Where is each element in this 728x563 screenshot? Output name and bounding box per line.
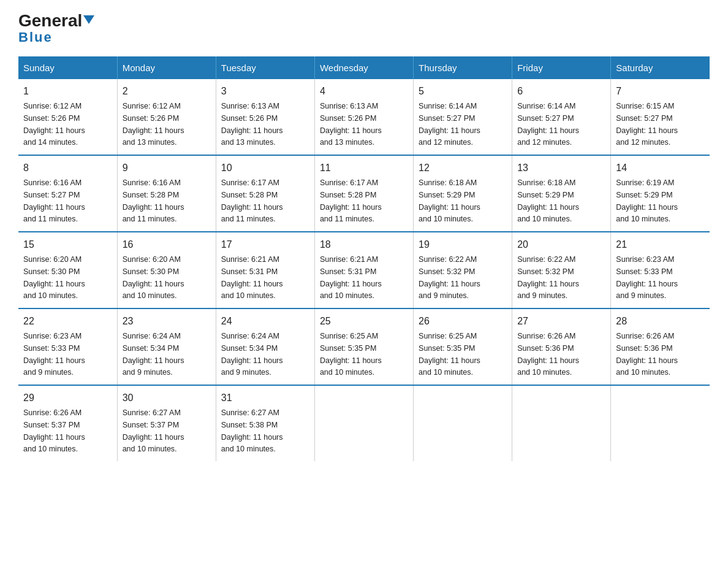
logo-triangle-icon: [83, 15, 94, 24]
calendar-cell: 10Sunrise: 6:17 AMSunset: 5:28 PMDayligh…: [216, 155, 314, 232]
day-info: Sunrise: 6:21 AMSunset: 5:31 PMDaylight:…: [320, 255, 382, 300]
calendar-week-row: 29Sunrise: 6:26 AMSunset: 5:37 PMDayligh…: [18, 385, 710, 461]
calendar-cell: 16Sunrise: 6:20 AMSunset: 5:30 PMDayligh…: [117, 232, 216, 308]
header-thursday: Thursday: [414, 56, 512, 79]
calendar-cell: 6Sunrise: 6:14 AMSunset: 5:27 PMDaylight…: [512, 79, 611, 155]
calendar-week-row: 1Sunrise: 6:12 AMSunset: 5:26 PMDaylight…: [18, 79, 710, 155]
day-number: 14: [616, 161, 705, 175]
day-number: 1: [23, 84, 112, 99]
header-monday: Monday: [117, 56, 216, 79]
calendar-cell: 29Sunrise: 6:26 AMSunset: 5:37 PMDayligh…: [18, 385, 117, 461]
calendar-cell: 17Sunrise: 6:21 AMSunset: 5:31 PMDayligh…: [216, 232, 314, 308]
calendar-cell: [314, 385, 413, 461]
calendar-cell: 30Sunrise: 6:27 AMSunset: 5:37 PMDayligh…: [117, 385, 216, 461]
day-number: 3: [221, 84, 309, 99]
day-info: Sunrise: 6:26 AMSunset: 5:36 PMDaylight:…: [616, 332, 678, 377]
logo-text: General: [18, 12, 94, 29]
calendar-cell: [611, 385, 710, 461]
day-info: Sunrise: 6:17 AMSunset: 5:28 PMDaylight:…: [221, 178, 283, 223]
day-number: 18: [320, 237, 408, 252]
header-saturday: Saturday: [611, 56, 710, 79]
calendar-header-row: SundayMondayTuesdayWednesdayThursdayFrid…: [18, 56, 710, 79]
calendar-cell: 14Sunrise: 6:19 AMSunset: 5:29 PMDayligh…: [611, 155, 710, 232]
calendar-cell: 28Sunrise: 6:26 AMSunset: 5:36 PMDayligh…: [611, 308, 710, 385]
day-info: Sunrise: 6:20 AMSunset: 5:30 PMDaylight:…: [123, 255, 184, 300]
day-info: Sunrise: 6:22 AMSunset: 5:32 PMDaylight:…: [419, 255, 480, 300]
day-number: 9: [123, 161, 211, 175]
day-info: Sunrise: 6:12 AMSunset: 5:26 PMDaylight:…: [23, 102, 85, 147]
day-number: 5: [419, 84, 507, 99]
logo: General Blue: [18, 12, 94, 45]
day-number: 28: [616, 314, 705, 329]
day-info: Sunrise: 6:16 AMSunset: 5:27 PMDaylight:…: [23, 178, 85, 223]
day-number: 25: [320, 314, 408, 329]
calendar-cell: 18Sunrise: 6:21 AMSunset: 5:31 PMDayligh…: [314, 232, 413, 308]
day-number: 31: [221, 391, 309, 405]
calendar-cell: 22Sunrise: 6:23 AMSunset: 5:33 PMDayligh…: [18, 308, 117, 385]
header-friday: Friday: [512, 56, 611, 79]
calendar-cell: 26Sunrise: 6:25 AMSunset: 5:35 PMDayligh…: [414, 308, 512, 385]
day-info: Sunrise: 6:18 AMSunset: 5:29 PMDaylight:…: [419, 178, 480, 223]
day-number: 17: [221, 237, 309, 252]
day-number: 10: [221, 161, 309, 175]
day-number: 16: [123, 237, 211, 252]
calendar-week-row: 22Sunrise: 6:23 AMSunset: 5:33 PMDayligh…: [18, 308, 710, 385]
day-info: Sunrise: 6:23 AMSunset: 5:33 PMDaylight:…: [23, 332, 85, 377]
calendar-cell: 3Sunrise: 6:13 AMSunset: 5:26 PMDaylight…: [216, 79, 314, 155]
day-info: Sunrise: 6:18 AMSunset: 5:29 PMDaylight:…: [517, 178, 579, 223]
calendar-cell: [414, 385, 512, 461]
day-info: Sunrise: 6:25 AMSunset: 5:35 PMDaylight:…: [320, 332, 382, 377]
day-info: Sunrise: 6:20 AMSunset: 5:30 PMDaylight:…: [23, 255, 85, 300]
day-number: 7: [616, 84, 705, 99]
day-number: 19: [419, 237, 507, 252]
day-info: Sunrise: 6:19 AMSunset: 5:29 PMDaylight:…: [616, 178, 678, 223]
day-number: 13: [517, 161, 605, 175]
day-number: 27: [517, 314, 605, 329]
calendar-cell: 7Sunrise: 6:15 AMSunset: 5:27 PMDaylight…: [611, 79, 710, 155]
calendar-cell: 21Sunrise: 6:23 AMSunset: 5:33 PMDayligh…: [611, 232, 710, 308]
calendar-cell: 1Sunrise: 6:12 AMSunset: 5:26 PMDaylight…: [18, 79, 117, 155]
calendar-cell: 25Sunrise: 6:25 AMSunset: 5:35 PMDayligh…: [314, 308, 413, 385]
calendar-cell: 20Sunrise: 6:22 AMSunset: 5:32 PMDayligh…: [512, 232, 611, 308]
day-info: Sunrise: 6:15 AMSunset: 5:27 PMDaylight:…: [616, 102, 678, 147]
day-number: 30: [123, 391, 211, 405]
calendar-week-row: 15Sunrise: 6:20 AMSunset: 5:30 PMDayligh…: [18, 232, 710, 308]
day-number: 6: [517, 84, 605, 99]
calendar-cell: 15Sunrise: 6:20 AMSunset: 5:30 PMDayligh…: [18, 232, 117, 308]
calendar-cell: 27Sunrise: 6:26 AMSunset: 5:36 PMDayligh…: [512, 308, 611, 385]
day-info: Sunrise: 6:24 AMSunset: 5:34 PMDaylight:…: [221, 332, 283, 377]
day-number: 11: [320, 161, 408, 175]
calendar-cell: 4Sunrise: 6:13 AMSunset: 5:26 PMDaylight…: [314, 79, 413, 155]
day-info: Sunrise: 6:25 AMSunset: 5:35 PMDaylight:…: [419, 332, 480, 377]
day-info: Sunrise: 6:23 AMSunset: 5:33 PMDaylight:…: [616, 255, 678, 300]
day-info: Sunrise: 6:17 AMSunset: 5:28 PMDaylight:…: [320, 178, 382, 223]
calendar-cell: [512, 385, 611, 461]
day-info: Sunrise: 6:22 AMSunset: 5:32 PMDaylight:…: [517, 255, 579, 300]
calendar-table: SundayMondayTuesdayWednesdayThursdayFrid…: [18, 56, 710, 461]
day-number: 15: [23, 237, 112, 252]
calendar-cell: 19Sunrise: 6:22 AMSunset: 5:32 PMDayligh…: [414, 232, 512, 308]
day-number: 2: [123, 84, 211, 99]
day-number: 8: [23, 161, 112, 175]
day-info: Sunrise: 6:27 AMSunset: 5:38 PMDaylight:…: [221, 408, 283, 453]
header-sunday: Sunday: [18, 56, 117, 79]
day-info: Sunrise: 6:27 AMSunset: 5:37 PMDaylight:…: [123, 408, 184, 453]
calendar-cell: 9Sunrise: 6:16 AMSunset: 5:28 PMDaylight…: [117, 155, 216, 232]
day-number: 4: [320, 84, 408, 99]
day-info: Sunrise: 6:13 AMSunset: 5:26 PMDaylight:…: [320, 102, 382, 147]
calendar-week-row: 8Sunrise: 6:16 AMSunset: 5:27 PMDaylight…: [18, 155, 710, 232]
calendar-cell: 31Sunrise: 6:27 AMSunset: 5:38 PMDayligh…: [216, 385, 314, 461]
calendar-cell: 11Sunrise: 6:17 AMSunset: 5:28 PMDayligh…: [314, 155, 413, 232]
day-info: Sunrise: 6:21 AMSunset: 5:31 PMDaylight:…: [221, 255, 283, 300]
day-info: Sunrise: 6:14 AMSunset: 5:27 PMDaylight:…: [419, 102, 480, 147]
calendar-cell: 13Sunrise: 6:18 AMSunset: 5:29 PMDayligh…: [512, 155, 611, 232]
day-number: 22: [23, 314, 112, 329]
calendar-cell: 8Sunrise: 6:16 AMSunset: 5:27 PMDaylight…: [18, 155, 117, 232]
day-number: 20: [517, 237, 605, 252]
day-number: 23: [123, 314, 211, 329]
calendar-cell: 5Sunrise: 6:14 AMSunset: 5:27 PMDaylight…: [414, 79, 512, 155]
day-number: 12: [419, 161, 507, 175]
day-info: Sunrise: 6:13 AMSunset: 5:26 PMDaylight:…: [221, 102, 283, 147]
calendar-cell: 12Sunrise: 6:18 AMSunset: 5:29 PMDayligh…: [414, 155, 512, 232]
day-info: Sunrise: 6:12 AMSunset: 5:26 PMDaylight:…: [123, 102, 184, 147]
